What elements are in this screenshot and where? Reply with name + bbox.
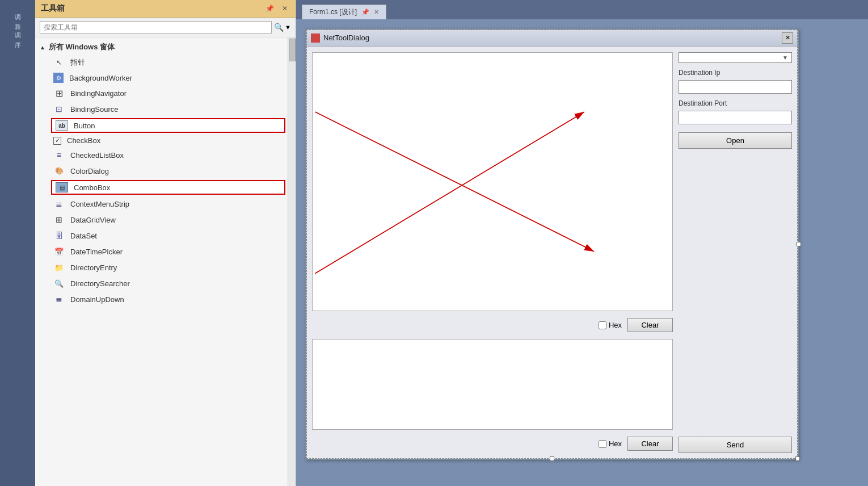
toolbox-item-domainupdown[interactable]: ≣ DomainUpDown: [35, 291, 288, 307]
hex-checkbox-2[interactable]: Hex: [599, 439, 622, 448]
send-footer: Hex Clear: [312, 434, 673, 453]
toolbox-item-backgroundworker[interactable]: ⚙ BackgroundWorker: [35, 70, 288, 85]
toolbox-item-datetimepicker[interactable]: 📅 DateTimePicker: [35, 244, 288, 259]
sidebar-item-3[interactable]: 调: [11, 24, 24, 31]
button-icon: ab: [56, 120, 68, 131]
toolbox-item-directoryentry[interactable]: 📁 DirectoryEntry: [35, 259, 288, 275]
toolbox-item-label-dataset: DataSet: [70, 232, 97, 240]
checkedlistbox-icon: ≡: [53, 149, 65, 161]
sidebar-item-2[interactable]: 新: [11, 15, 24, 22]
form-close-button[interactable]: ✕: [782, 32, 793, 44]
resize-handle-bottom-center[interactable]: [550, 456, 554, 461]
destination-port-label: Destination Port: [679, 99, 792, 107]
dataset-icon: 🗄: [53, 230, 65, 241]
clear-button-2[interactable]: Clear: [627, 437, 673, 451]
toolbox-item-checkbox[interactable]: ✓ CheckBox: [35, 134, 288, 147]
send-textbox[interactable]: [312, 339, 673, 430]
toolbox-section-header[interactable]: ▲ 所有 Windows 窗体: [35, 40, 288, 55]
destination-ip-label: Destination Ip: [679, 69, 792, 77]
toolbox-item-label-pointer: 指针: [70, 57, 85, 68]
toolbox-item-label-datetimepicker: DateTimePicker: [70, 248, 123, 256]
toolbox-item-label-colordialog: ColorDialog: [70, 167, 109, 175]
open-button[interactable]: Open: [679, 132, 792, 149]
checkbox-icon: ✓: [53, 137, 61, 145]
pin-icon[interactable]: 📌: [263, 3, 276, 14]
directorysearcher-icon: 🔍: [53, 278, 65, 289]
form-left-panel: Hex Clear Hex Clear: [312, 52, 673, 453]
combobox-control[interactable]: ▼: [679, 52, 792, 63]
design-tab-bar: Form1.cs [设计] 📌 ✕: [296, 0, 868, 19]
toolbox-item-label-directorysearcher: DirectorySearcher: [70, 279, 130, 288]
toolbox-item-combobox[interactable]: ▤ ComboBox: [51, 180, 285, 195]
toolbox-item-label-combobox: ComboBox: [74, 183, 110, 192]
resize-handle-right[interactable]: [797, 242, 801, 246]
toolbox-item-datagridview[interactable]: ⊞ DataGridView: [35, 212, 288, 228]
toolbox-item-label-datagridview: DataGridView: [70, 216, 116, 224]
combobox-arrow-icon: ▼: [782, 55, 788, 61]
toolbox-item-dataset[interactable]: 🗄 DataSet: [35, 228, 288, 244]
form-title-area: NetToolDialog: [311, 33, 369, 43]
hex-checkbox-1[interactable]: Hex: [599, 321, 622, 329]
toolbox-item-label-directoryentry: DirectoryEntry: [70, 263, 117, 272]
toolbox-content: ▲ 所有 Windows 窗体 ↖ 指针 ⚙ BackgroundWorker …: [35, 37, 296, 486]
design-area: Form1.cs [设计] 📌 ✕ NetToolDialog ✕: [296, 0, 868, 486]
toolbox-item-label-checkbox: CheckBox: [67, 136, 100, 145]
destination-ip-input[interactable]: [679, 80, 792, 94]
toolbox-title: 工具箱: [41, 3, 65, 14]
send-button[interactable]: Send: [679, 437, 792, 453]
bindingsource-icon: ⊡: [53, 103, 65, 115]
search-dropdown-icon[interactable]: ▼: [285, 24, 291, 31]
close-icon[interactable]: ✕: [280, 3, 290, 14]
toolbox-item-label-bindingsource: BindingSource: [70, 105, 119, 114]
sidebar-item-4[interactable]: 序: [11, 33, 24, 40]
receive-footer: Hex Clear: [312, 316, 673, 334]
search-input[interactable]: [40, 21, 272, 33]
tab-close-icon[interactable]: ✕: [374, 9, 379, 16]
hex-checkbox-input-1[interactable]: [599, 321, 606, 329]
form-right-panel: ▼ Destination Ip Destination Port Open: [679, 52, 792, 453]
tab-label: Form1.cs [设计]: [309, 7, 357, 17]
hex-label-1: Hex: [609, 321, 622, 329]
toolbox-item-pointer[interactable]: ↖ 指针: [35, 55, 288, 70]
datetimepicker-icon: 📅: [53, 246, 65, 257]
pointer-icon: ↖: [53, 57, 65, 68]
toolbox-header-icons: 📌 ✕: [263, 3, 290, 14]
receive-textbox[interactable]: [312, 52, 673, 311]
form-window: NetToolDialog ✕ Hex Clear: [305, 28, 799, 460]
destination-port-input[interactable]: [679, 111, 792, 124]
backgroundworker-icon: ⚙: [53, 73, 64, 83]
toolbox-item-contextmenustrip[interactable]: ≣ ContextMenuStrip: [35, 196, 288, 212]
tab-pin-icon[interactable]: 📌: [361, 9, 369, 16]
clear-button-1[interactable]: Clear: [627, 318, 673, 332]
toolbox-item-label-checkedlistbox: CheckedListBox: [70, 151, 124, 160]
toolbox-item-directorysearcher[interactable]: 🔍 DirectorySearcher: [35, 275, 288, 291]
search-icon[interactable]: 🔍: [274, 23, 284, 32]
form-title-text: NetToolDialog: [323, 33, 369, 42]
toolbox-items-list: ▲ 所有 Windows 窗体 ↖ 指针 ⚙ BackgroundWorker …: [35, 37, 288, 486]
scrollbar-thumb[interactable]: [289, 39, 296, 61]
section-label: 所有 Windows 窗体: [49, 42, 115, 52]
design-tab[interactable]: Form1.cs [设计] 📌 ✕: [302, 5, 386, 19]
toolbox-item-colordialog[interactable]: 🎨 ColorDialog: [35, 163, 288, 179]
section-arrow-icon: ▲: [40, 44, 45, 51]
resize-handle-bottom-right[interactable]: [795, 456, 800, 461]
toolbox-item-label-contextmenustrip: ContextMenuStrip: [70, 200, 129, 208]
toolbox-item-label-backgroundworker: BackgroundWorker: [69, 74, 132, 82]
toolbox-item-label-bindingnavigator: BindingNavigator: [70, 89, 127, 98]
form-app-icon: [311, 33, 320, 43]
toolbox-panel: 工具箱 📌 ✕ 🔍 ▼ ▲ 所有 Windows 窗体 ↖ 指针 ⚙ Backg…: [35, 0, 296, 486]
datagridview-icon: ⊞: [53, 214, 65, 225]
form-body: Hex Clear Hex Clear: [306, 47, 798, 459]
toolbox-item-bindingnavigator[interactable]: ⊞ BindingNavigator: [35, 85, 288, 101]
toolbox-item-label-domainupdown: DomainUpDown: [70, 295, 124, 304]
toolbox-item-bindingsource[interactable]: ⊡ BindingSource: [35, 101, 288, 117]
toolbox-item-button[interactable]: ab Button: [51, 118, 285, 133]
colordialog-icon: 🎨: [53, 165, 65, 177]
sidebar-item-1[interactable]: 调: [11, 6, 24, 12]
toolbox-item-checkedlistbox[interactable]: ≡ CheckedListBox: [35, 147, 288, 163]
directoryentry-icon: 📁: [53, 262, 65, 273]
toolbox-item-label-button: Button: [74, 122, 95, 130]
hex-checkbox-input-2[interactable]: [599, 440, 606, 448]
bindingnavigator-icon: ⊞: [53, 87, 65, 99]
scrollbar[interactable]: [288, 37, 296, 486]
